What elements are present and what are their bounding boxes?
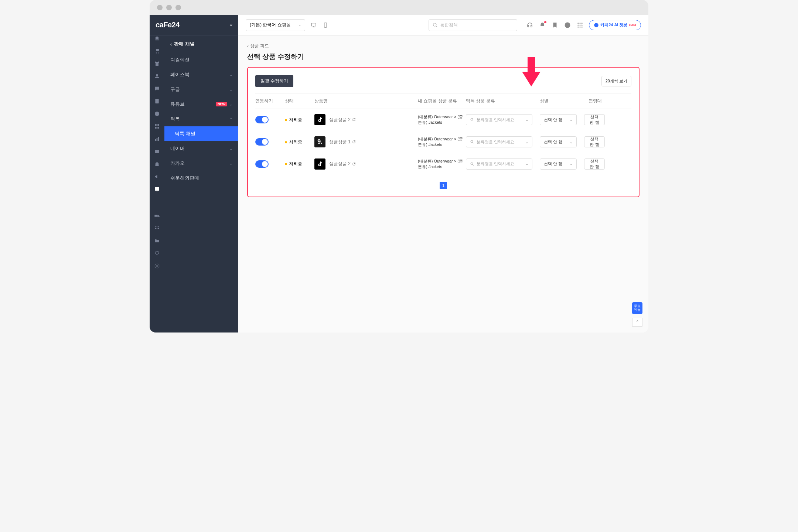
chevron-down-icon: ⌄ (570, 162, 573, 166)
svg-rect-1 (155, 99, 158, 103)
profile-icon[interactable] (564, 21, 571, 29)
table-row: 처리중9.샘플상품 1 (대분류) Outerwear > (중분류) Jack… (255, 131, 631, 153)
ad-icon[interactable] (154, 149, 160, 154)
product-name-link[interactable]: 샘플상품 2 (329, 161, 356, 167)
shirt-icon[interactable] (154, 61, 160, 66)
apps-icon[interactable] (154, 225, 160, 231)
sidebar-item-tiktok-channel[interactable]: 틱톡 채널 (164, 126, 238, 141)
desktop-icon[interactable] (310, 22, 317, 28)
col-header-status: 상태 (285, 98, 314, 104)
tt-category-input[interactable]: 분류명을 입력하세요.⌄ (466, 158, 532, 170)
bulk-edit-button[interactable]: 일괄 수정하기 (255, 75, 293, 87)
search-placeholder: 통합검색 (440, 22, 458, 28)
sidebar-item-naver[interactable]: 네이버⌄ (164, 141, 238, 156)
product-name-link[interactable]: 샘플상품 2 (329, 117, 356, 123)
bell-icon[interactable] (539, 21, 546, 29)
svg-point-2 (155, 112, 159, 116)
chevron-down-icon: ⌄ (525, 162, 528, 166)
stats-icon[interactable] (154, 136, 160, 142)
mobile-icon[interactable] (322, 22, 329, 28)
window-dot (157, 5, 163, 10)
palette-icon[interactable] (154, 111, 160, 117)
svg-point-24 (577, 23, 579, 24)
external-link-icon (352, 140, 356, 144)
svg-point-16 (155, 228, 156, 229)
my-category-text: (대분류) Outerwear > (중분류) Jackets (418, 114, 466, 126)
sidebar-item-facebook[interactable]: 페이스북⌄ (164, 67, 238, 82)
chevron-left-icon: ‹ (170, 41, 172, 47)
product-thumb (314, 114, 325, 125)
home-icon[interactable] (154, 35, 160, 41)
sidebar-item-dcollection[interactable]: 디컬렉션 (164, 52, 238, 67)
status-cell: 처리중 (285, 117, 314, 123)
svg-rect-3 (155, 124, 157, 126)
chevron-down-icon: ⌄ (525, 118, 528, 122)
tt-category-input[interactable]: 분류명을 입력하세요.⌄ (466, 114, 532, 125)
topbar: (기본) 한국어 쇼핑몰 ⌄ 통합검색 카페24 AI 챗봇 (238, 15, 648, 35)
table-header: 연동하기 상태 상품명 내 쇼핑몰 상품 분류 틱톡 상품 분류 성별 연령대 (255, 93, 631, 109)
sidebar-item-tiktok[interactable]: 틱톡⌃ (164, 112, 238, 126)
sidebar-item-overseas[interactable]: 쉬운해외판매 (164, 171, 238, 185)
quick-menu-button[interactable]: 주요 메뉴 (632, 302, 642, 314)
svg-point-13 (155, 226, 156, 228)
collapse-sidebar-icon[interactable]: « (230, 23, 232, 28)
headset-icon[interactable] (526, 21, 533, 29)
tt-category-input[interactable]: 분류명을 입력하세요.⌄ (466, 136, 532, 147)
search-icon (470, 140, 474, 144)
ai-chatbot-button[interactable]: 카페24 AI 챗봇 Beta (589, 20, 641, 30)
svg-point-28 (580, 24, 581, 25)
svg-point-31 (580, 26, 581, 27)
table-row: 처리중샘플상품 2 (대분류) Outerwear > (중분류) Jacket… (255, 153, 631, 175)
sync-toggle[interactable] (255, 138, 269, 146)
status-cell: 처리중 (285, 139, 314, 145)
product-name-link[interactable]: 샘플상품 1 (329, 139, 356, 145)
user-icon[interactable] (154, 73, 160, 79)
status-text: 처리중 (289, 117, 302, 122)
sync-toggle[interactable] (255, 116, 269, 123)
page-size-selector[interactable]: 20개씩 보기 (601, 76, 631, 86)
doc-icon[interactable] (154, 98, 160, 104)
cart-icon[interactable] (154, 48, 160, 54)
channel-icon[interactable] (154, 186, 160, 192)
svg-point-35 (471, 140, 473, 143)
breadcrumb-label: 상품 피드 (250, 43, 269, 49)
sidebar-item-kakao[interactable]: 카카오⌄ (164, 156, 238, 171)
global-search[interactable]: 통합검색 (429, 19, 517, 31)
page-1[interactable]: 1 (440, 182, 447, 189)
age-select[interactable]: 선택 안 함 (584, 114, 605, 125)
sidebar-item-google[interactable]: 구글⌄ (164, 82, 238, 97)
svg-rect-20 (311, 23, 316, 26)
sidebar-item-label: 카카오 (170, 160, 185, 167)
product-table: 연동하기 상태 상품명 내 쇼핑몰 상품 분류 틱톡 상품 분류 성별 연령대 … (255, 93, 631, 175)
logo-bar: caFe24 « (150, 15, 238, 35)
gender-select[interactable]: 선택 안 함⌄ (540, 136, 577, 147)
shop-selector[interactable]: (기본) 한국어 쇼핑몰 ⌄ (246, 19, 305, 31)
sidebar-item-label: 네이버 (170, 145, 185, 152)
age-select[interactable]: 선택 안 함 (584, 158, 605, 170)
truck-icon[interactable] (154, 213, 160, 219)
highlighted-panel: 일괄 수정하기 20개씩 보기 연동하기 상태 상품명 내 쇼핑몰 상품 분류 … (247, 67, 640, 197)
chevron-down-icon: ⌄ (229, 161, 232, 166)
chat-icon[interactable] (154, 86, 160, 92)
sync-toggle[interactable] (255, 160, 269, 168)
status-dot-icon (285, 119, 287, 121)
folder-icon[interactable] (154, 238, 160, 244)
breadcrumb[interactable]: ‹ 상품 피드 (247, 43, 640, 49)
link-icon[interactable] (154, 250, 160, 256)
status-cell: 처리중 (285, 161, 314, 167)
bag-icon[interactable] (154, 161, 160, 167)
svg-point-26 (582, 23, 583, 24)
sidebar-back[interactable]: ‹ 판매 채널 (164, 35, 238, 52)
expand-up-button[interactable]: ⌃ (632, 318, 642, 327)
apps-grid-icon[interactable] (576, 21, 584, 29)
gear-icon[interactable] (154, 263, 160, 269)
grid-icon[interactable] (154, 123, 160, 129)
gender-select[interactable]: 선택 안 함⌄ (540, 158, 577, 170)
sidebar-item-youtube[interactable]: 유튜브NEW⌄ (164, 97, 238, 112)
bookmark-icon[interactable] (551, 21, 559, 29)
gender-select[interactable]: 선택 안 함⌄ (540, 114, 577, 125)
age-select[interactable]: 선택 안 함 (584, 136, 605, 147)
svg-rect-7 (155, 139, 156, 141)
megaphone-icon[interactable] (154, 174, 160, 180)
col-header-age: 연령대 (584, 98, 606, 104)
